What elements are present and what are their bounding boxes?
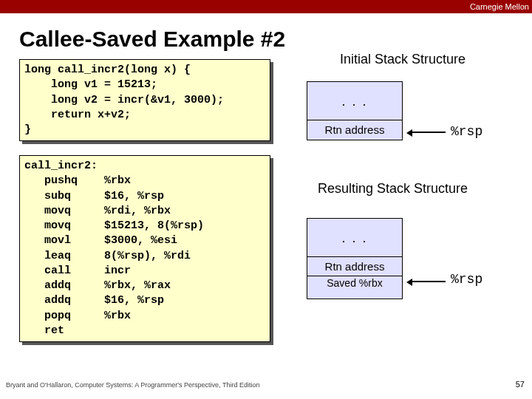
stack-cell-dots: . . .	[307, 219, 402, 257]
initial-stack-label: Initial Stack Structure	[340, 52, 466, 67]
stack-cell-rtn: Rtn address	[307, 120, 402, 140]
resulting-stack: . . . Rtn address Saved %rbx	[307, 218, 403, 299]
stack-cell-saved: Saved %rbx	[307, 276, 402, 299]
asm-code-box: call_incr2: pushq %rbx subq $16, %rsp mo…	[19, 155, 270, 342]
arrow-icon	[409, 281, 446, 282]
top-bar: Carnegie Mellon	[0, 0, 532, 13]
footer-text: Bryant and O'Hallaron, Computer Systems:…	[6, 381, 259, 389]
initial-stack: . . . Rtn address	[307, 81, 403, 140]
stack-cell-dots: . . .	[307, 82, 402, 120]
brand-label: Carnegie Mellon	[470, 2, 529, 11]
rsp-label-2: %rsp	[451, 272, 482, 287]
stack-cell-rtn: Rtn address	[307, 257, 402, 276]
resulting-stack-label: Resulting Stack Structure	[318, 181, 468, 197]
arrow-icon	[409, 132, 446, 133]
slide-content: long call_incr2(long x) { long v1 = 1521…	[0, 59, 532, 392]
c-code-box: long call_incr2(long x) { long v1 = 1521…	[19, 59, 270, 141]
page-number: 57	[516, 380, 525, 389]
rsp-label-1: %rsp	[451, 124, 482, 139]
